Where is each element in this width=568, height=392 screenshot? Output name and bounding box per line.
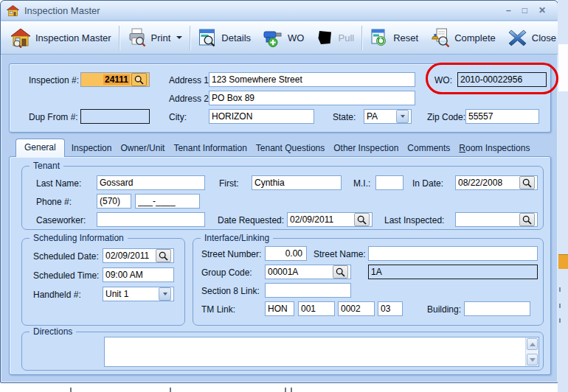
mi-input[interactable] — [375, 175, 404, 190]
magnifier-icon — [336, 267, 345, 277]
details-button[interactable]: Details — [193, 24, 257, 52]
last-name-input[interactable]: Gossard — [97, 175, 205, 190]
reset-button[interactable]: Reset — [364, 24, 424, 52]
tab-inspection[interactable]: Inspection — [67, 140, 117, 157]
cutoff-fragment — [559, 318, 561, 323]
cutoff-fragment — [291, 388, 292, 392]
wo-button[interactable]: WO — [257, 24, 310, 52]
state-select[interactable]: PA — [364, 109, 412, 124]
cutoff-fragment — [285, 388, 286, 392]
scheduled-date-label: Scheduled Date: — [33, 251, 99, 262]
group-code-lookup-button[interactable] — [333, 265, 348, 279]
inspection-number-field[interactable]: 24111 — [80, 72, 150, 87]
chevron-down-icon — [401, 115, 405, 118]
directions-textarea[interactable] — [104, 337, 539, 367]
inspection-lookup-button[interactable] — [131, 73, 147, 86]
address1-input[interactable]: 123 Somewhere Street — [209, 72, 415, 87]
section8-link-input[interactable] — [265, 283, 351, 298]
tm-link-part3-input[interactable]: 0002 — [338, 301, 375, 316]
cutoff-fragment — [559, 304, 561, 308]
date-requested-lookup-button[interactable] — [354, 213, 370, 226]
last-name-label: Last Name: — [36, 178, 81, 189]
magnifier-icon — [522, 178, 532, 188]
pull-black-icon — [316, 28, 333, 48]
city-label: City: — [169, 112, 187, 122]
zip-input[interactable]: 55557 — [465, 109, 539, 124]
maximize-button[interactable]: □ — [522, 6, 527, 15]
tm-link-part4-input[interactable]: 03 — [378, 301, 403, 316]
group-code-display-field: 1A — [368, 265, 538, 279]
address2-label: Address 2: — [169, 94, 211, 104]
inspection-master-window: Inspection Master – □ ✕ Inspection Maste… — [0, 0, 558, 383]
scheduled-date-input[interactable]: 02/09/2011 — [103, 248, 174, 263]
minimize-button[interactable]: – — [506, 6, 511, 15]
in-date-label: In Date: — [412, 178, 443, 189]
directions-scrollbar[interactable] — [525, 337, 538, 366]
state-dropdown-button[interactable] — [396, 110, 409, 123]
scroll-down-button[interactable] — [527, 354, 538, 365]
print-button[interactable]: Print — [122, 24, 189, 52]
last-inspected-lookup-button[interactable] — [519, 213, 535, 226]
scheduled-time-input[interactable]: 09:00 AM — [103, 267, 174, 282]
house-search-icon — [10, 28, 31, 48]
title-bar: Inspection Master – □ ✕ — [1, 1, 558, 21]
phone-area-input[interactable]: (570) — [97, 194, 131, 209]
complete-button[interactable]: Complete — [424, 24, 502, 52]
in-date-input[interactable]: 08/22/2008 — [455, 175, 538, 190]
last-inspected-label: Last Inspected: — [384, 215, 444, 225]
caseworker-input[interactable] — [97, 212, 205, 227]
cutoff-fragment — [70, 388, 72, 392]
group-code-label: Group Code: — [201, 267, 252, 278]
section8-link-label: Section 8 Link: — [201, 286, 260, 296]
first-name-input[interactable]: Cynthia — [252, 175, 342, 190]
phone-number-input[interactable]: ___-____ — [135, 194, 200, 209]
scheduled-date-lookup-button[interactable] — [156, 249, 171, 262]
triangle-up-icon — [530, 343, 536, 346]
cutoff-fragment — [170, 388, 171, 392]
group-code-input[interactable]: 00001A — [265, 265, 351, 279]
close-window-button[interactable]: ✕ — [538, 6, 546, 15]
inspection-master-button[interactable]: Inspection Master — [4, 24, 117, 52]
handheld-dropdown-button[interactable] — [159, 287, 171, 301]
inspection-number-label: Inspection #: — [29, 75, 79, 85]
tab-general[interactable]: General — [15, 139, 65, 157]
street-number-input[interactable]: 0.00 — [265, 246, 307, 261]
background-window-sliver — [558, 0, 568, 392]
tab-tenant-information[interactable]: Tenant Information — [169, 140, 251, 157]
tm-link-part2-input[interactable]: 001 — [298, 301, 335, 316]
bottom-cutoff-strip — [0, 383, 558, 392]
address2-input[interactable]: PO Box 89 — [209, 91, 415, 105]
tab-comments[interactable]: Comments — [403, 140, 454, 157]
tab-other-inspection[interactable]: Other Inspection — [329, 140, 403, 157]
street-name-input[interactable] — [368, 246, 538, 261]
background-window-orange-field — [558, 254, 568, 269]
date-requested-input[interactable]: 02/09/2011 — [287, 212, 373, 227]
main-toolbar: Inspection Master Print — [1, 21, 558, 55]
tab-owner-unit[interactable]: Owner/Unit — [116, 140, 169, 157]
tab-room-inspections[interactable]: Room Inspections — [454, 140, 534, 157]
handheld-select[interactable]: Unit 1 — [103, 287, 174, 301]
toolbar-separator — [190, 26, 191, 50]
city-input[interactable]: HORIZON — [209, 109, 314, 124]
pull-button[interactable]: Pull — [310, 24, 360, 52]
background-window-white-area — [558, 44, 568, 91]
stamp-search-icon — [430, 28, 450, 48]
tenant-group-label: Tenant — [30, 161, 63, 171]
magnifier-icon — [134, 75, 144, 85]
first-name-label: First: — [219, 178, 239, 189]
dup-from-label: Dup From #: — [29, 112, 78, 122]
window-search-icon — [198, 28, 217, 48]
close-button[interactable]: Close — [502, 24, 562, 52]
print-dropdown-caret-icon — [176, 36, 182, 39]
zip-label: Zip Code: — [427, 112, 465, 122]
in-date-lookup-button[interactable] — [519, 176, 535, 189]
building-input[interactable] — [464, 301, 530, 316]
scroll-up-button[interactable] — [527, 338, 538, 350]
last-inspected-input[interactable] — [455, 212, 538, 227]
tm-link-label: TM Link: — [201, 304, 235, 315]
tm-link-part1-input[interactable]: HON — [265, 301, 294, 316]
tab-tenant-questions[interactable]: Tenant Questions — [252, 140, 329, 157]
triangle-down-icon — [530, 358, 536, 362]
handheld-label: Handheld #: — [33, 290, 81, 300]
scheduling-group-label: Scheduling Information — [30, 233, 128, 243]
